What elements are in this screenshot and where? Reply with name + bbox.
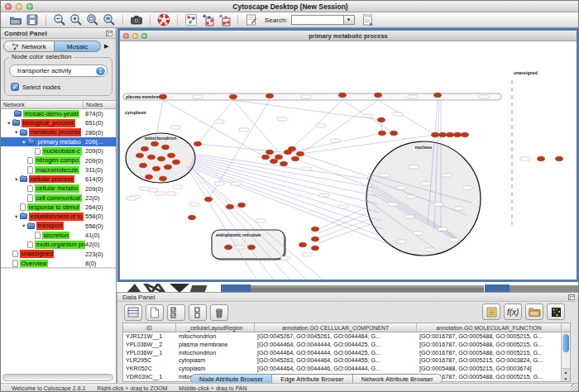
zoom-out-icon[interactable] <box>51 13 68 27</box>
network-node[interactable] <box>151 141 159 146</box>
save-session-icon[interactable] <box>24 13 41 27</box>
tab-mosaic[interactable]: Mosaic <box>55 41 101 52</box>
network-node[interactable] <box>375 93 382 98</box>
table-mode-icon[interactable] <box>124 304 142 321</box>
network-edge[interactable] <box>233 100 279 152</box>
snapshot-icon[interactable] <box>128 13 145 27</box>
search-input[interactable] <box>291 15 344 25</box>
tree-item-cellular-process[interactable]: ▼cellular process614(0) <box>1 174 116 184</box>
select-nodes-checkbox[interactable]: ✓ <box>11 83 19 91</box>
network-node[interactable] <box>165 165 172 170</box>
network-node[interactable] <box>447 132 454 137</box>
expand-triangle-icon[interactable]: ▼ <box>7 121 12 126</box>
unselect-attributes-icon[interactable] <box>189 304 207 321</box>
network-node[interactable] <box>538 156 545 161</box>
network-edge[interactable] <box>266 133 382 157</box>
tree-item-primary-metabo[interactable]: ▼primary metabo209(... <box>1 137 116 146</box>
data-panel-float-icon[interactable] <box>568 294 575 300</box>
tree-item-multi-organism-pro[interactable]: multi-organism pro42(0) <box>1 240 116 249</box>
network-node[interactable] <box>153 166 160 171</box>
tree-item-secretion[interactable]: secretion41(0) <box>1 231 116 240</box>
network-node[interactable] <box>289 146 296 151</box>
table-vscrollbar[interactable]: ▲▼ <box>561 332 570 381</box>
annotation-icon[interactable] <box>243 13 260 27</box>
network-edge[interactable] <box>194 170 306 280</box>
network-edge[interactable] <box>233 100 381 120</box>
attribute-browser-icon[interactable] <box>360 13 376 27</box>
modify-nodes-icon[interactable] <box>199 13 216 27</box>
network-edge[interactable] <box>318 218 371 238</box>
column-header--cellularlayoutregion[interactable]: _cellularLayoutRegion <box>176 323 255 332</box>
network-node[interactable] <box>136 153 144 158</box>
select-attributes-icon[interactable] <box>167 304 185 321</box>
network-node[interactable] <box>390 131 398 136</box>
network-node[interactable] <box>312 227 319 232</box>
network-node[interactable] <box>454 132 462 137</box>
attribute-matrix-icon[interactable] <box>547 304 565 320</box>
network-edge[interactable] <box>318 207 368 229</box>
network-node[interactable] <box>378 117 385 122</box>
expand-triangle-icon[interactable]: ▼ <box>14 130 20 135</box>
network-node[interactable] <box>168 153 175 158</box>
table-row-YPL036W__2[interactable]: YPL036W__2plasma membrane[GO:0044464, GO… <box>123 341 570 349</box>
tree-item-nucleobase-c[interactable]: nucleobase-c209(0) <box>1 146 116 155</box>
modify-edges-icon[interactable] <box>216 13 232 27</box>
table-row-YJR121W__1[interactable]: YJR121W__1mitochondrion[GO:0045267, GO:0… <box>123 332 570 341</box>
network-node[interactable] <box>379 131 386 136</box>
network-node[interactable] <box>189 215 196 220</box>
expand-triangle-icon[interactable]: ▼ <box>14 177 20 182</box>
table-scroll-thumb[interactable] <box>562 334 569 352</box>
network-node[interactable] <box>225 245 232 250</box>
float-panel-icon[interactable] <box>106 31 112 36</box>
network-node[interactable] <box>262 155 270 160</box>
network-node[interactable] <box>173 160 180 165</box>
node-color-dropdown[interactable]: transporter activity ▲▼ <box>9 65 108 77</box>
network-node[interactable] <box>299 242 307 247</box>
network-edge[interactable] <box>300 100 378 154</box>
network-node[interactable] <box>266 150 274 155</box>
network-node[interactable] <box>248 245 256 250</box>
tree-item-unassigned[interactable]: unassigned223(0) <box>1 249 116 258</box>
network-node[interactable] <box>227 204 234 209</box>
network-node[interactable] <box>158 156 165 161</box>
network-edge[interactable] <box>189 165 385 237</box>
table-row-YPL036W__1[interactable]: YPL036W__1mitochondrion[GO:0044464, GO:0… <box>123 349 570 357</box>
network-edge[interactable] <box>191 162 381 221</box>
network-node[interactable] <box>312 237 319 241</box>
open-session-icon[interactable] <box>7 13 24 27</box>
column-header-annotation-go-molecular-function[interactable]: annotation.GO MOLECULAR_FUNCTION <box>417 323 562 332</box>
tree-item-mosaic-demo-yeast[interactable]: mosaic-demo-yeast874(0) <box>1 109 116 118</box>
tree-item-nitrogen-compo[interactable]: nitrogen compo209(0) <box>1 155 116 165</box>
network-node[interactable] <box>270 159 278 164</box>
network-node[interactable] <box>230 94 237 99</box>
table-row-YKR052C[interactable]: YKR052Ccytoplasm[GO:0044464, GO:0044446,… <box>123 365 570 373</box>
network-node[interactable] <box>146 174 153 179</box>
network-node[interactable] <box>432 132 439 137</box>
delete-attribute-icon[interactable] <box>210 304 228 321</box>
import-attributes-icon[interactable] <box>525 304 543 320</box>
column-header-id[interactable]: ID <box>123 323 176 332</box>
vizmapper-icon[interactable] <box>183 13 199 27</box>
tree-item-macromolecule[interactable]: macromolecule311(0) <box>1 165 116 174</box>
network-node[interactable] <box>439 132 447 137</box>
network-node[interactable] <box>162 145 170 150</box>
network-node[interactable] <box>462 132 469 137</box>
expand-triangle-icon[interactable]: ▼ <box>14 214 20 219</box>
resize-grip-icon[interactable] <box>571 384 579 392</box>
network-node[interactable] <box>312 246 319 251</box>
zoom-in-icon[interactable] <box>68 13 84 27</box>
network-node[interactable] <box>292 156 299 161</box>
network-node[interactable] <box>205 197 213 202</box>
tree-item-metabolic-process[interactable]: ▼metabolic process280(0) <box>1 128 116 137</box>
network-edge[interactable] <box>295 159 368 186</box>
zoom-selected-icon[interactable] <box>101 13 117 27</box>
tab-overflow-arrow[interactable]: ▶ <box>104 43 108 50</box>
network-canvas[interactable]: plasma membranecytoplasmmitochondrionnuc… <box>120 41 577 280</box>
network-node[interactable] <box>141 146 149 151</box>
network-node[interactable] <box>160 94 167 99</box>
tree-item-biological-process[interactable]: ▼biological_process651(0) <box>1 118 116 127</box>
network-node[interactable] <box>160 176 167 181</box>
search-dropdown-arrow[interactable]: ▼ <box>344 15 355 25</box>
table-scroll-arrows[interactable]: ▲▼ <box>562 368 570 381</box>
network-edge[interactable] <box>288 100 342 152</box>
